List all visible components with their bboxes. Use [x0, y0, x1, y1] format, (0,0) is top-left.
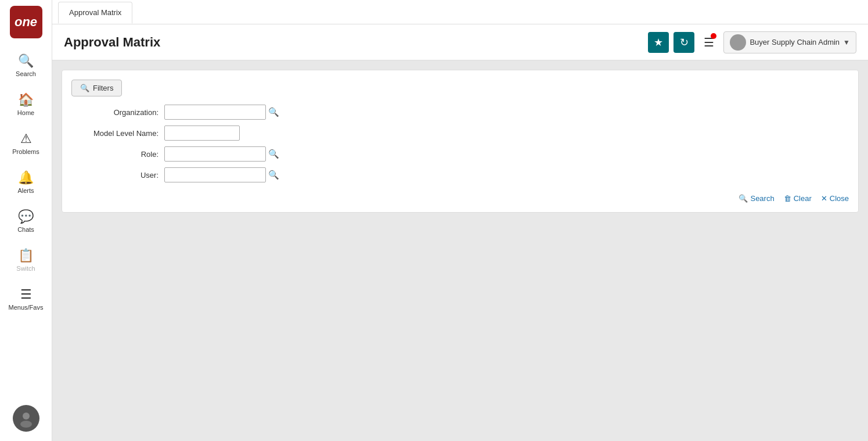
sidebar-label-home: Home [17, 109, 34, 116]
organization-label: Organization: [71, 108, 164, 117]
role-lookup-button[interactable]: 🔍 [266, 148, 282, 160]
user-dropdown[interactable]: Buyer Supply Chain Admin ▼ [723, 31, 856, 53]
user-lookup-icon: 🔍 [268, 170, 279, 180]
user-avatar-small [730, 34, 746, 51]
chevron-down-icon: ▼ [843, 38, 850, 46]
tab-approval-matrix[interactable]: Approval Matrix [58, 2, 132, 24]
user-input[interactable] [164, 167, 266, 182]
sidebar-label-problems: Problems [12, 148, 39, 155]
user-label: User: [71, 171, 164, 180]
sidebar-item-search[interactable]: 🔍 Search [3, 49, 49, 82]
problems-icon: ⚠ [20, 131, 32, 146]
logo-text: one [15, 15, 37, 30]
switch-icon: 📋 [18, 248, 34, 263]
sidebar-label-menus: Menus/Favs [9, 304, 44, 311]
notification-dot [711, 33, 716, 39]
filters-tab[interactable]: 🔍 Filters [71, 80, 122, 96]
content-area: 🔍 Filters Organization: 🔍 Model Level Na… [52, 60, 868, 441]
svg-point-1 [23, 413, 30, 420]
sidebar-item-alerts[interactable]: 🔔 Alerts [3, 166, 49, 199]
tab-bar: Approval Matrix [52, 0, 868, 24]
sidebar-label-switch: Switch [16, 265, 35, 272]
organization-lookup-button[interactable]: 🔍 [266, 106, 282, 119]
user-lookup-button[interactable]: 🔍 [266, 168, 282, 181]
clear-action-label: Clear [794, 194, 812, 203]
sidebar: one 🔍 Search 🏠 Home ⚠ Problems 🔔 Alerts … [0, 0, 52, 441]
sidebar-label-search: Search [16, 70, 36, 77]
clear-action-icon: 🗑 [784, 194, 791, 203]
model-level-name-input[interactable] [164, 126, 240, 141]
search-action-label: Search [750, 194, 774, 203]
page-title: Approval Matrix [64, 35, 648, 50]
star-icon: ★ [654, 36, 663, 49]
app-logo[interactable]: one [10, 6, 42, 38]
svg-point-2 [20, 421, 32, 428]
main-content: Approval Matrix Approval Matrix ★ ↻ ☰ Bu… [52, 0, 868, 441]
search-action-icon: 🔍 [739, 194, 748, 203]
home-icon: 🏠 [18, 92, 34, 107]
header: Approval Matrix ★ ↻ ☰ Buyer Supply Chain… [52, 24, 868, 60]
filters-tab-bar: 🔍 Filters [71, 80, 849, 96]
search-action-link[interactable]: 🔍 Search [739, 194, 774, 203]
sidebar-label-alerts: Alerts [17, 187, 34, 194]
sidebar-label-chats: Chats [17, 226, 34, 233]
organization-input[interactable] [164, 105, 266, 120]
close-action-label: Close [830, 194, 849, 203]
chats-icon: 💬 [18, 209, 34, 224]
model-level-name-label: Model Level Name: [71, 129, 164, 138]
role-lookup-icon: 🔍 [268, 149, 279, 159]
role-label: Role: [71, 150, 164, 159]
filters-panel: 🔍 Filters Organization: 🔍 Model Level Na… [62, 70, 859, 213]
filter-row-role: Role: 🔍 [71, 146, 849, 162]
role-input[interactable] [164, 146, 266, 162]
alerts-icon: 🔔 [18, 170, 34, 185]
filter-row-model-level-name: Model Level Name: [71, 126, 849, 141]
filters-tab-label: Filters [93, 84, 113, 92]
search-icon: 🔍 [18, 53, 34, 69]
filter-actions: 🔍 Search 🗑 Clear ✕ Close [71, 189, 849, 203]
sidebar-item-switch[interactable]: 📋 Switch [3, 243, 49, 277]
close-action-icon: ✕ [821, 194, 827, 203]
refresh-icon: ↻ [680, 36, 689, 49]
filter-icon: 🔍 [80, 84, 89, 92]
filter-row-organization: Organization: 🔍 [71, 105, 849, 120]
star-button[interactable]: ★ [648, 32, 669, 53]
clear-action-link[interactable]: 🗑 Clear [784, 194, 812, 203]
user-name: Buyer Supply Chain Admin [750, 38, 840, 46]
user-avatar[interactable] [13, 405, 39, 432]
sidebar-item-home[interactable]: 🏠 Home [3, 88, 49, 121]
header-actions: ★ ↻ ☰ Buyer Supply Chain Admin ▼ [648, 31, 856, 53]
sidebar-item-chats[interactable]: 💬 Chats [3, 205, 49, 238]
sidebar-item-problems[interactable]: ⚠ Problems [3, 127, 49, 160]
close-action-link[interactable]: ✕ Close [821, 194, 849, 203]
organization-lookup-icon: 🔍 [268, 107, 279, 117]
filter-row-user: User: 🔍 [71, 167, 849, 182]
menus-icon: ☰ [20, 287, 32, 302]
refresh-button[interactable]: ↻ [673, 32, 694, 53]
sidebar-item-menus[interactable]: ☰ Menus/Favs [3, 282, 49, 315]
menu-button[interactable]: ☰ [699, 33, 719, 52]
